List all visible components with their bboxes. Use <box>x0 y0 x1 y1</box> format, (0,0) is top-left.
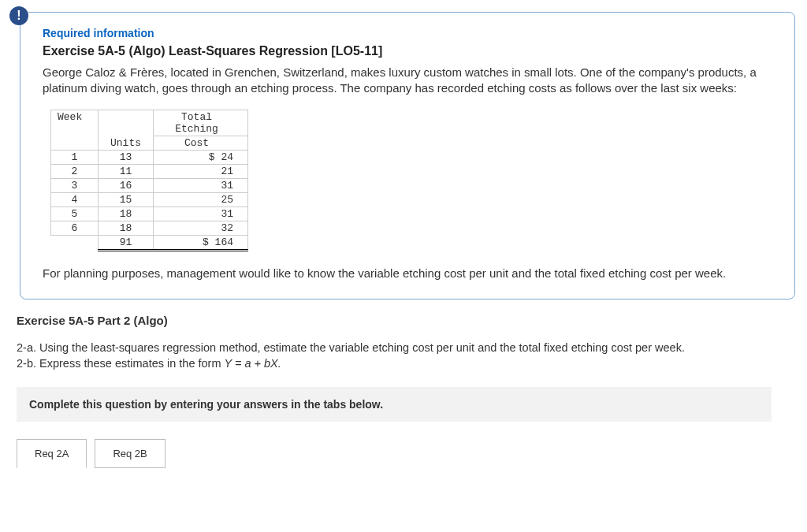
followup-text: For planning purposes, management would … <box>43 266 772 281</box>
col-header-units: Units <box>99 110 154 150</box>
question-text: 2-a. Using the least-squares regression … <box>17 340 795 372</box>
col-header-cost-line2: Cost <box>154 136 248 150</box>
table-row: 3 16 31 <box>51 178 248 192</box>
cell-week: 5 <box>51 206 99 221</box>
exercise-description: George Caloz & Frères, located in Grench… <box>43 65 772 97</box>
cell-week: 6 <box>51 221 99 235</box>
table-row: 2 11 21 <box>51 164 248 178</box>
cell-units: 16 <box>99 178 154 192</box>
question-2b-formula: Y = a + bX. <box>225 357 281 370</box>
table-total-row: 91 $ 164 <box>51 235 248 250</box>
part2-title: Exercise 5A-5 Part 2 (Algo) <box>17 314 795 327</box>
cell-units: 11 <box>99 164 154 178</box>
cell-week: 3 <box>51 178 99 192</box>
tab-req-2a[interactable]: Req 2A <box>17 439 87 468</box>
question-2b-prefix: 2-b. Express these estimates in the form <box>17 357 225 370</box>
tab-req-2b[interactable]: Req 2B <box>95 439 165 468</box>
cell-week: 1 <box>51 150 99 164</box>
exercise-title: Exercise 5A-5 (Algo) Least-Squares Regre… <box>43 44 772 58</box>
cell-cost: 31 <box>154 206 248 221</box>
table-row: 6 18 32 <box>51 221 248 235</box>
cell-units: 18 <box>99 206 154 221</box>
col-header-cost-line1: Total Etching <box>154 110 248 136</box>
cell-units: 15 <box>99 192 154 206</box>
cell-cost: $ 24 <box>154 150 248 164</box>
cell-cost: 31 <box>154 178 248 192</box>
cell-units: 13 <box>99 150 154 164</box>
required-info-heading: Required information <box>43 27 772 39</box>
cell-cost: 25 <box>154 192 248 206</box>
question-2a: 2-a. Using the least-squares regression … <box>17 341 685 354</box>
alert-icon: ! <box>9 6 28 25</box>
cell-units: 18 <box>99 221 154 235</box>
table-row: 1 13 $ 24 <box>51 150 248 164</box>
cell-week: 4 <box>51 192 99 206</box>
table-row: 4 15 25 <box>51 192 248 206</box>
cell-units-total: 91 <box>99 235 154 250</box>
instruction-bar: Complete this question by entering your … <box>17 387 772 422</box>
cell-cost: 21 <box>154 164 248 178</box>
col-header-week: Week <box>51 110 99 150</box>
cell-cost: 32 <box>154 221 248 235</box>
answer-tabs: Req 2A Req 2B <box>17 439 795 468</box>
cell-cost-total: $ 164 <box>154 235 248 250</box>
cell-week: 2 <box>51 164 99 178</box>
table-row: 5 18 31 <box>51 206 248 221</box>
required-info-box: Required information Exercise 5A-5 (Algo… <box>20 12 795 299</box>
etching-cost-table: Week Units Total Etching Cost 1 13 $ 24 … <box>50 110 248 251</box>
